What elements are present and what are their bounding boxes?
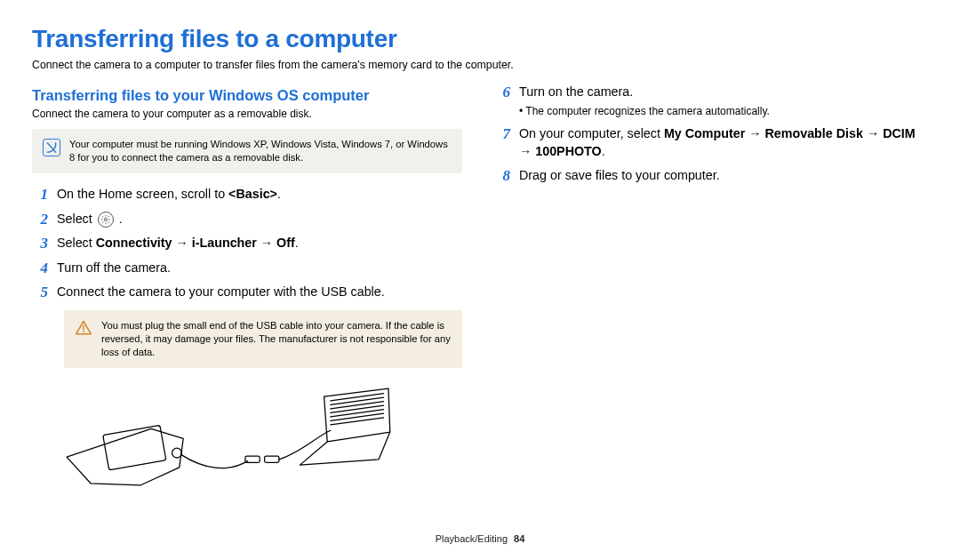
svg-line-6 [108, 222, 108, 223]
note-icon [43, 139, 60, 156]
section-subtext: Connect the camera to your computer as a… [32, 108, 462, 120]
svg-rect-14 [265, 456, 279, 462]
step-7-text-pre: On your computer, select [519, 126, 664, 140]
info-note-text: Your computer must be running Windows XP… [69, 138, 452, 164]
svg-line-16 [331, 397, 384, 404]
footer-page-number: 84 [514, 533, 524, 544]
step-number: 2 [32, 211, 48, 228]
step-1-bold: <Basic> [228, 187, 277, 201]
step-6-text: Turn on the camera. [519, 84, 633, 99]
warning-note: You must plug the small end of the USB c… [64, 310, 462, 368]
step-number: 8 [494, 167, 510, 185]
step-8-text: Drag or save files to your computer. [519, 167, 720, 184]
page-intro: Connect the camera to a computer to tran… [32, 59, 924, 71]
step-7-text-post: . [602, 144, 605, 158]
svg-line-8 [102, 222, 103, 223]
steps-list-right: 6 Turn on the camera. The computer recog… [494, 84, 924, 185]
footer-section: Playback/Editing [436, 533, 508, 544]
step-6-sub: The computer recognizes the camera autom… [519, 104, 770, 118]
warning-icon [75, 319, 92, 337]
settings-gear-icon [98, 212, 114, 228]
svg-point-0 [104, 218, 107, 220]
connection-diagram [59, 379, 462, 507]
page-footer: Playback/Editing 84 [0, 533, 960, 544]
steps-list-left: 1 On the Home screen, scroll to <Basic>.… [32, 186, 462, 301]
camera-icon [67, 426, 331, 485]
laptop-icon [300, 388, 389, 465]
step-3: 3 Select Connectivity → i-Launcher → Off… [32, 235, 462, 252]
step-2-text-post: . [116, 212, 123, 226]
step-1: 1 On the Home screen, scroll to <Basic>. [32, 186, 462, 204]
svg-line-18 [331, 405, 384, 412]
step-4: 4 Turn off the camera. [32, 260, 462, 277]
right-column: 6 Turn on the camera. The computer recog… [494, 84, 924, 507]
step-4-text: Turn off the camera. [57, 260, 171, 276]
svg-point-12 [172, 448, 182, 458]
step-2: 2 Select . [32, 211, 462, 228]
svg-rect-11 [103, 426, 166, 471]
step-5-text: Connect the camera to your computer with… [57, 284, 385, 300]
info-note: Your computer must be running Windows XP… [32, 129, 462, 173]
svg-line-19 [331, 410, 384, 417]
step-number: 5 [32, 284, 48, 301]
step-7: 7 On your computer, select My Computer →… [494, 125, 924, 160]
page-title: Transferring files to a computer [32, 25, 924, 53]
svg-line-17 [331, 402, 384, 409]
svg-line-20 [331, 414, 384, 421]
svg-line-5 [102, 216, 103, 217]
step-number: 6 [494, 84, 510, 101]
step-3-text-post: . [295, 236, 299, 250]
warning-text: You must plug the small end of the USB c… [101, 319, 452, 359]
step-6: 6 Turn on the camera. The computer recog… [494, 84, 924, 118]
step-number: 1 [32, 186, 48, 204]
svg-line-7 [108, 216, 108, 217]
left-column: Transferring files to your Windows OS co… [32, 84, 462, 507]
step-3-bold: Connectivity → i-Launcher → Off [96, 236, 295, 250]
step-1-text-post: . [277, 187, 281, 201]
section-heading: Transferring files to your Windows OS co… [32, 87, 462, 104]
step-number: 3 [32, 235, 48, 252]
step-1-text-pre: On the Home screen, scroll to [57, 187, 228, 201]
step-2-text: Select [57, 212, 96, 226]
svg-line-21 [331, 418, 384, 425]
step-5: 5 Connect the camera to your computer wi… [32, 284, 462, 301]
svg-point-10 [83, 331, 84, 332]
step-number: 7 [494, 125, 510, 143]
step-3-text-pre: Select [57, 236, 96, 250]
step-number: 4 [32, 260, 48, 277]
step-8: 8 Drag or save files to your computer. [494, 167, 924, 185]
content-columns: Transferring files to your Windows OS co… [32, 84, 924, 507]
